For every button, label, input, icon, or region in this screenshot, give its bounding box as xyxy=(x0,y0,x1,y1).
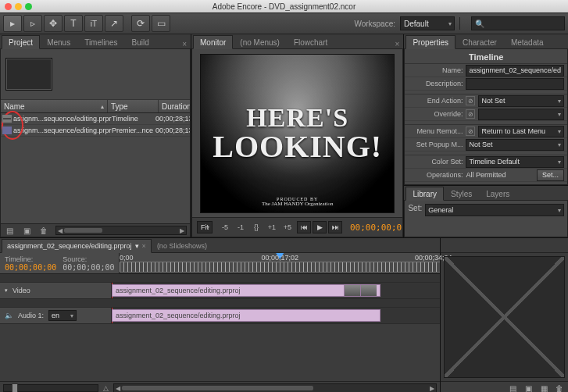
lib-delete-icon[interactable]: 🗑 xyxy=(554,383,565,392)
timeline-tc[interactable]: 00;00;00;00 xyxy=(5,263,56,272)
zoom-slider[interactable] xyxy=(3,384,98,392)
step-back-5[interactable]: -5 xyxy=(219,222,231,233)
description-field[interactable] xyxy=(466,78,564,90)
play-button[interactable]: ▶ xyxy=(313,221,327,233)
library-panel: Library Styles Layers Set: General xyxy=(404,185,568,237)
name-field[interactable]: assignment_02_sequence/ed xyxy=(466,65,564,77)
step-fwd-5[interactable]: +5 xyxy=(281,222,294,233)
project-panel-tabs: Project Menus Timelines Build × xyxy=(0,34,191,49)
close-icon[interactable] xyxy=(5,3,12,10)
tool-move[interactable]: ✥ xyxy=(44,15,63,32)
delete-icon[interactable]: 🗑 xyxy=(38,226,49,235)
mute-icon[interactable]: 🔈 xyxy=(5,312,13,319)
link-icon[interactable]: ⊘ xyxy=(466,127,475,136)
tool-rotate[interactable]: ⟳ xyxy=(131,15,150,32)
timeline-ruler[interactable]: 0;0000;00;17;0200;00;34;04 xyxy=(120,253,440,273)
audio-lang-select[interactable]: en xyxy=(48,310,77,321)
prop-operations: Operations: All Permitted Set... xyxy=(405,169,567,182)
prop-color-set: Color Set: Timeline Default xyxy=(405,155,567,169)
tool-direct-select[interactable]: ▹ xyxy=(23,15,42,32)
search-input[interactable]: 🔍 xyxy=(471,16,565,30)
fit-select[interactable]: Fit xyxy=(197,221,213,233)
menu-remote-select[interactable]: Return to Last Menu xyxy=(478,126,564,137)
monitor-timecode[interactable]: 00;00;00;00 xyxy=(350,223,403,233)
project-row[interactable]: as:ignm...sequence/editing.prproj Premie… xyxy=(1,125,190,137)
tool-vertical-text[interactable]: iT xyxy=(84,15,103,32)
minimize-icon[interactable] xyxy=(15,3,22,10)
video-track-header[interactable]: ▾ Video xyxy=(0,283,112,298)
col-name[interactable]: Name▴ xyxy=(1,100,108,112)
tab-no-menus[interactable]: (no Menus) xyxy=(233,35,287,48)
prop-override: Override: ⊘ xyxy=(405,108,567,121)
timeline-scrollbar[interactable]: ◀ ▶ xyxy=(113,383,437,392)
tab-metadata[interactable]: Metadata xyxy=(504,35,551,48)
timeline-header: Timeline: 00;00;00;00 Source: 00;00;00;0… xyxy=(0,253,440,274)
prop-end-action: End Action: ⊘ Not Set xyxy=(405,94,567,108)
horizontal-scrollbar[interactable]: ◀ ▶ xyxy=(55,226,187,235)
tab-layers[interactable]: Layers xyxy=(479,187,516,200)
override-select[interactable] xyxy=(478,109,564,120)
audio-track-header[interactable]: 🔈 Audio 1: en xyxy=(0,308,112,323)
tab-menus[interactable]: Menus xyxy=(40,35,77,48)
library-set-label: Set: xyxy=(408,204,422,212)
end-action-select[interactable]: Not Set xyxy=(478,95,564,107)
frame-text-line2: LOOKING! xyxy=(213,128,382,165)
tab-monitor[interactable]: Monitor xyxy=(193,35,233,49)
source-tc[interactable]: 00;00;00;00 xyxy=(63,263,114,272)
tab-timeline-seq[interactable]: assignment_02_sequence/editing.prproj ▾ … xyxy=(2,239,152,253)
tool-zoom-fit[interactable]: ▭ xyxy=(152,15,170,32)
project-row[interactable]: as:ignm...sequence/editing.prproj Timeli… xyxy=(1,113,190,125)
empty-preview-icon xyxy=(445,257,564,377)
step-back-1[interactable]: -1 xyxy=(234,222,247,233)
tool-nav[interactable]: ↗ xyxy=(105,15,123,32)
link-icon[interactable]: ⊘ xyxy=(466,109,475,119)
preview-thumbnail xyxy=(444,256,565,378)
lib-icon-1[interactable]: ▤ xyxy=(507,383,518,392)
popup-menu-select[interactable]: Not Set xyxy=(466,139,564,151)
tool-selection[interactable]: ▸ xyxy=(3,15,22,32)
loop-icon[interactable]: {} xyxy=(250,222,263,233)
clip-thumbnail-icon xyxy=(360,285,377,296)
project-footer: ▤ ▣ 🗑 ◀ ▶ xyxy=(1,223,190,237)
video-track-body[interactable]: assignment_02_sequence/editing.prproj xyxy=(112,283,440,298)
col-duration[interactable]: Duration xyxy=(159,100,191,112)
col-type[interactable]: Type xyxy=(108,100,159,112)
workspace-switcher: Workspace: Default 🔍 xyxy=(354,16,565,30)
lib-icon-2[interactable]: ▣ xyxy=(523,383,534,392)
tab-project[interactable]: Project xyxy=(2,35,40,49)
new-folder-icon[interactable]: ▣ xyxy=(21,226,32,235)
properties-panel: Timeline Name: assignment_02_sequence/ed… xyxy=(404,49,568,185)
tab-properties[interactable]: Properties xyxy=(405,35,455,49)
tab-flowchart[interactable]: Flowchart xyxy=(287,35,334,48)
search-icon: 🔍 xyxy=(475,20,484,28)
tab-timelines[interactable]: Timelines xyxy=(77,35,124,48)
panel-menu-icon[interactable]: × xyxy=(391,40,404,48)
tool-text[interactable]: T xyxy=(64,15,83,32)
project-thumbnail xyxy=(5,58,52,91)
operations-set-button[interactable]: Set... xyxy=(537,169,564,181)
tab-no-slideshows[interactable]: (no Slideshows) xyxy=(152,239,213,252)
link-icon[interactable]: ⊘ xyxy=(466,96,475,105)
step-fwd-1[interactable]: +1 xyxy=(266,222,278,233)
audio-track-body[interactable]: assignment_02_sequence/editing.prproj xyxy=(112,308,440,323)
timeline-asset-icon xyxy=(2,115,12,123)
tab-styles[interactable]: Styles xyxy=(444,187,479,200)
tab-character[interactable]: Character xyxy=(455,35,504,48)
next-button[interactable]: ⏭ xyxy=(328,221,342,233)
color-set-select[interactable]: Timeline Default xyxy=(466,156,564,168)
workspace-select[interactable]: Default xyxy=(400,16,455,30)
prop-menu-remote: Menu Remot... ⊘ Return to Last Menu xyxy=(405,125,567,138)
ruler-mark: 0;00 xyxy=(120,254,134,262)
lib-new-icon[interactable]: ▦ xyxy=(538,383,549,392)
tab-library[interactable]: Library xyxy=(405,187,444,201)
video-clip[interactable]: assignment_02_sequence/editing.prproj xyxy=(112,284,380,297)
tab-build[interactable]: Build xyxy=(125,35,156,48)
prev-button[interactable]: ⏮ xyxy=(297,221,311,233)
clip-thumbnail-icon xyxy=(344,285,360,296)
app-toolbar: ▸ ▹ ✥ T iT ↗ ⟳ ▭ Workspace: Default 🔍 xyxy=(0,12,568,34)
new-item-icon[interactable]: ▤ xyxy=(4,226,15,235)
library-set-select[interactable]: General xyxy=(425,204,564,216)
zoom-icon[interactable] xyxy=(25,3,32,10)
panel-menu-icon[interactable]: × xyxy=(178,40,191,48)
audio-clip[interactable]: assignment_02_sequence/editing.prproj xyxy=(112,309,380,322)
